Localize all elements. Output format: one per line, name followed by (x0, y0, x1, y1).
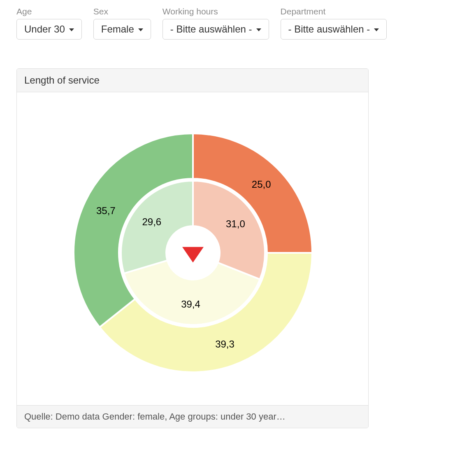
length-of-service-panel: Length of service 25,039,335,731,039,429… (16, 68, 369, 428)
filters-row: Age Under 30 Sex Female Working hours - … (16, 7, 453, 40)
panel-body: 25,039,335,731,039,429,6 (17, 92, 368, 405)
filter-department: Department - Bitte auswählen - (281, 7, 387, 40)
sex-dropdown-value: Female (101, 24, 134, 34)
age-dropdown-value: Under 30 (24, 24, 65, 34)
chevron-down-icon (138, 28, 143, 31)
working-hours-dropdown[interactable]: - Bitte auswählen - (163, 19, 269, 40)
panel-title: Length of service (17, 69, 368, 92)
pie-slice-label: 35,7 (96, 205, 116, 216)
filter-department-label: Department (281, 7, 387, 16)
age-dropdown[interactable]: Under 30 (16, 19, 82, 40)
panel-footer: Quelle: Demo data Gender: female, Age gr… (17, 405, 368, 428)
pie-slice-label: 25,0 (252, 179, 271, 190)
filter-working-hours-label: Working hours (163, 7, 269, 16)
pie-slice-label: 31,0 (226, 218, 245, 229)
pie-slice-label: 39,3 (215, 338, 234, 350)
filter-age-label: Age (16, 7, 82, 16)
chevron-down-icon (69, 28, 74, 31)
filter-age: Age Under 30 (16, 7, 82, 40)
chevron-down-icon (374, 28, 379, 31)
department-dropdown[interactable]: - Bitte auswählen - (281, 19, 387, 40)
filter-sex-label: Sex (93, 7, 151, 16)
pie-slice-label: 39,4 (181, 299, 200, 310)
filter-working-hours: Working hours - Bitte auswählen - (163, 7, 269, 40)
chevron-down-icon (256, 28, 261, 31)
department-dropdown-value: - Bitte auswählen - (288, 24, 370, 34)
working-hours-dropdown-value: - Bitte auswählen - (170, 24, 252, 34)
filter-sex: Sex Female (93, 7, 151, 40)
sex-dropdown[interactable]: Female (93, 19, 151, 40)
pie-slice-label: 29,6 (142, 216, 161, 227)
length-of-service-donut-chart: 25,039,335,731,039,429,6 (17, 92, 369, 405)
